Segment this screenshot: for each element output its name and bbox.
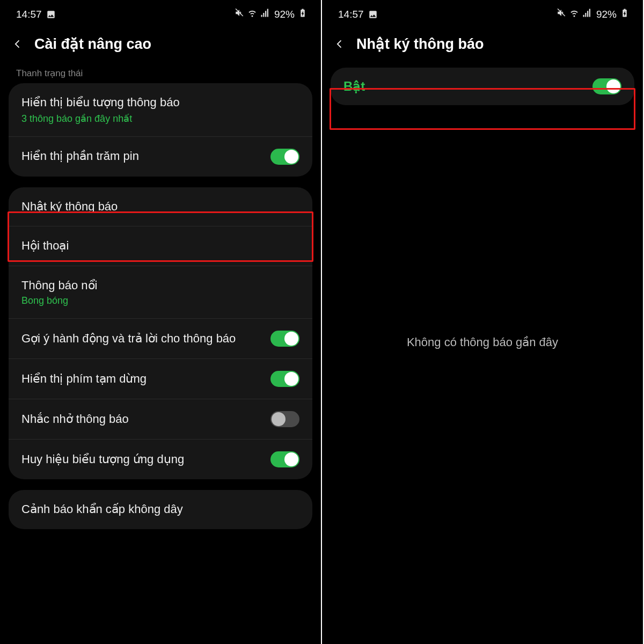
screen-notification-history: 14:57 92% Nhật ký thông báo Bật Không có… <box>322 0 644 644</box>
row-title: Nhắc nhở thông báo <box>21 412 264 427</box>
section-label-statusbar: Thanh trạng thái <box>0 68 321 83</box>
signal-icon <box>582 8 592 20</box>
status-time: 14:57 <box>338 9 364 20</box>
row-title: Gợi ý hành động và trả lời cho thông báo <box>21 331 264 347</box>
row-title: Huy hiệu biểu tượng ứng dụng <box>21 452 264 467</box>
battery-charging-icon <box>298 8 308 20</box>
header: Cài đặt nâng cao <box>0 26 321 68</box>
row-title: Cảnh báo khẩn cấp không dây <box>21 502 293 517</box>
row-floating-notifications[interactable]: Thông báo nổi Bong bóng <box>9 266 312 319</box>
toggle-suggest-actions[interactable] <box>270 331 299 347</box>
toggle-enable-history[interactable] <box>592 78 621 94</box>
card-notifications: Nhật ký thông báo Hội thoại Thông báo nổ… <box>9 187 312 480</box>
row-conversations[interactable]: Hội thoại <box>9 226 312 266</box>
mute-icon <box>557 8 566 20</box>
row-suggest-actions[interactable]: Gợi ý hành động và trả lời cho thông báo <box>9 319 312 359</box>
status-bar: 14:57 92% <box>322 0 643 26</box>
battery-percentage: 92% <box>596 9 617 20</box>
row-notification-reminders[interactable]: Nhắc nhở thông báo <box>9 399 312 440</box>
signal-icon <box>260 8 270 20</box>
toggle-battery-pct[interactable] <box>270 149 299 165</box>
back-button[interactable] <box>11 37 25 51</box>
row-title: Thông báo nổi <box>21 278 293 294</box>
back-button[interactable] <box>333 37 347 51</box>
row-title: Hiển thị biểu tượng thông báo <box>21 95 293 111</box>
status-time: 14:57 <box>16 9 42 20</box>
row-wireless-emergency-alerts[interactable]: Cảnh báo khẩn cấp không dây <box>9 490 312 529</box>
wifi-icon <box>247 8 257 20</box>
page-title: Cài đặt nâng cao <box>34 35 151 53</box>
row-subtitle: Bong bóng <box>21 295 293 306</box>
toggle-notification-reminders[interactable] <box>270 411 299 427</box>
on-label: Bật <box>343 79 365 94</box>
toggle-app-icon-badges[interactable] <box>270 451 299 467</box>
row-show-notif-icons[interactable]: Hiển thị biểu tượng thông báo 3 thông bá… <box>9 83 312 137</box>
status-bar: 14:57 92% <box>0 0 321 26</box>
row-title: Hiển thị phím tạm dừng <box>21 371 264 387</box>
row-battery-percentage[interactable]: Hiển thị phần trăm pin <box>9 137 312 177</box>
card-emergency: Cảnh báo khẩn cấp không dây <box>9 490 312 529</box>
row-title: Hội thoại <box>21 238 293 254</box>
image-icon <box>368 10 378 19</box>
mute-icon <box>235 8 244 20</box>
screen-advanced-settings: 14:57 92% Cài đặt nâng cao Thanh trạng t… <box>0 0 322 644</box>
battery-charging-icon <box>620 8 630 20</box>
card-statusbar: Hiển thị biểu tượng thông báo 3 thông bá… <box>9 83 312 177</box>
header: Nhật ký thông báo <box>322 26 643 68</box>
row-title: Hiển thị phần trăm pin <box>21 149 264 164</box>
row-notification-history[interactable]: Nhật ký thông báo <box>9 187 312 227</box>
image-icon <box>46 10 56 19</box>
page-title: Nhật ký thông báo <box>356 35 484 53</box>
battery-percentage: 92% <box>274 9 295 20</box>
toggle-show-snooze[interactable] <box>270 371 299 387</box>
wifi-icon <box>569 8 579 20</box>
row-title: Nhật ký thông báo <box>21 199 293 215</box>
empty-state-message: Không có thông báo gần đây <box>322 105 643 644</box>
row-subtitle: 3 thông báo gần đây nhất <box>21 113 293 125</box>
row-app-icon-badges[interactable]: Huy hiệu biểu tượng ứng dụng <box>9 440 312 479</box>
row-show-snooze[interactable]: Hiển thị phím tạm dừng <box>9 359 312 399</box>
row-enable-history[interactable]: Bật <box>331 68 634 105</box>
